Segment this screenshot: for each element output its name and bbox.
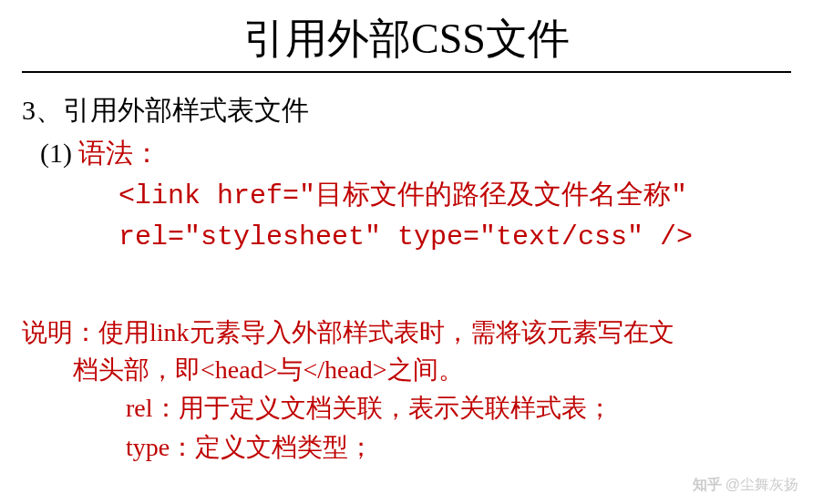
watermark: 知乎 @尘舞灰扬 bbox=[693, 476, 798, 495]
code-line-1: <link href="目标文件的路径及文件名全称" bbox=[118, 176, 791, 217]
subsection-heading: (1) 语法： bbox=[22, 135, 791, 172]
code-example: <link href="目标文件的路径及文件名全称" rel="styleshe… bbox=[22, 176, 791, 258]
section-heading: 3、引用外部样式表文件 bbox=[22, 91, 791, 129]
desc-line-4: type：定义文档类型； bbox=[22, 429, 791, 467]
description-block: 说明：使用link元素导入外部样式表时，需将该元素写在文 档头部，即<head>… bbox=[22, 314, 791, 466]
desc-line-3: rel：用于定义文档关联，表示关联样式表； bbox=[22, 390, 791, 427]
content-area: 3、引用外部样式表文件 (1) 语法： <link href="目标文件的路径及… bbox=[0, 80, 813, 466]
title-underline bbox=[22, 71, 791, 73]
desc-line-1: 说明：使用link元素导入外部样式表时，需将该元素写在文 bbox=[22, 314, 791, 352]
code-line-2: rel="stylesheet" type="text/css" /> bbox=[118, 217, 791, 258]
desc-line-2: 档头部，即<head>与</head>之间。 bbox=[22, 352, 791, 389]
subsection-label: 语法： bbox=[78, 138, 160, 168]
page-title: 引用外部CSS文件 bbox=[243, 11, 570, 67]
desc-text-1: 使用link元素导入外部样式表时，需将该元素写在文 bbox=[98, 318, 674, 346]
subsection-number: (1) bbox=[40, 138, 78, 168]
watermark-username: @尘舞灰扬 bbox=[726, 476, 798, 495]
title-section: 引用外部CSS文件 bbox=[0, 0, 813, 80]
zhihu-brand-icon: 知乎 bbox=[693, 476, 722, 495]
desc-label: 说明： bbox=[22, 318, 98, 346]
